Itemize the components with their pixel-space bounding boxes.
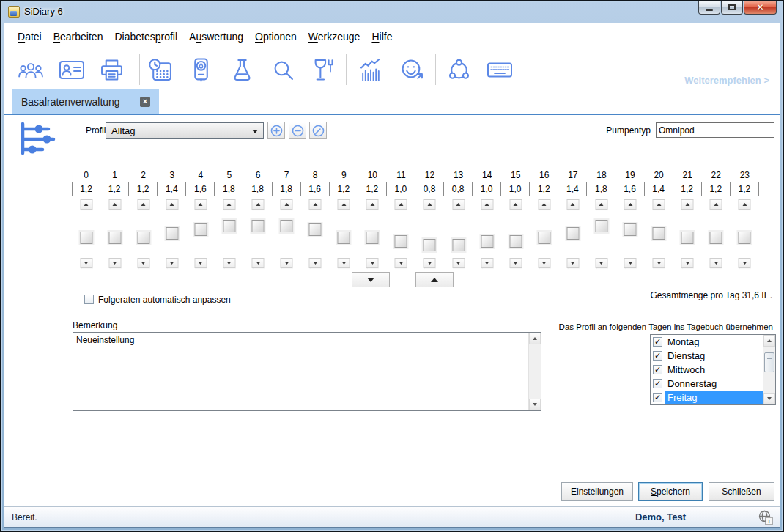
- speichern-button[interactable]: Speichern: [638, 482, 703, 501]
- decrease-value-button[interactable]: [281, 258, 293, 268]
- basal-value-cell[interactable]: 1,0: [501, 182, 530, 196]
- tab-close-icon[interactable]: ×: [140, 97, 150, 107]
- decrease-value-button[interactable]: [108, 258, 121, 268]
- basal-value-cell[interactable]: 1,0: [387, 182, 415, 196]
- increase-value-button[interactable]: [424, 199, 436, 210]
- menu-hilfe[interactable]: Hilfe: [371, 31, 392, 43]
- decrease-value-button[interactable]: [509, 258, 522, 268]
- toolbar-statistics-icon[interactable]: [358, 56, 383, 84]
- decrease-value-button[interactable]: [252, 258, 265, 268]
- remark-scrollbar[interactable]: [528, 333, 541, 410]
- basal-value-cell[interactable]: 1,4: [558, 182, 587, 196]
- basal-value-cell[interactable]: 1,4: [645, 182, 673, 196]
- value-slider-thumb[interactable]: [80, 232, 92, 244]
- add-profile-button[interactable]: [267, 122, 285, 139]
- value-slider-thumb[interactable]: [137, 232, 149, 244]
- increase-value-button[interactable]: [194, 199, 207, 210]
- decrease-value-button[interactable]: [538, 258, 550, 268]
- toolbar-printer-icon[interactable]: [99, 56, 124, 84]
- increase-value-button[interactable]: [108, 199, 121, 210]
- decrease-value-button[interactable]: [566, 258, 579, 268]
- basal-value-cell[interactable]: 1,2: [530, 182, 558, 196]
- weekday-checkbox[interactable]: ✓: [653, 379, 662, 388]
- increase-value-button[interactable]: [80, 199, 92, 210]
- basal-value-cell[interactable]: 1,2: [731, 182, 759, 196]
- weekday-item-montag[interactable]: ✓Montag: [651, 335, 763, 349]
- value-slider-thumb[interactable]: [595, 220, 607, 232]
- basal-value-cell[interactable]: 1,8: [273, 182, 301, 196]
- basal-value-cell[interactable]: 1,6: [615, 182, 644, 196]
- menu-diabetesprofil[interactable]: Diabetesprofil: [114, 31, 177, 43]
- toolbar-wellbeing-icon[interactable]: [399, 56, 424, 84]
- increase-value-button[interactable]: [509, 199, 522, 210]
- value-slider-thumb[interactable]: [509, 235, 522, 248]
- basal-value-cell[interactable]: 0,8: [444, 182, 473, 196]
- increase-value-button[interactable]: [309, 199, 322, 210]
- value-slider-thumb[interactable]: [252, 220, 265, 232]
- tab-basalratenverwaltung[interactable]: Basalratenverwaltung ×: [12, 89, 159, 114]
- basal-value-cell[interactable]: 1,2: [100, 182, 129, 196]
- value-slider-thumb[interactable]: [653, 227, 665, 240]
- decrease-value-button[interactable]: [710, 258, 722, 268]
- edit-profile-button[interactable]: [309, 122, 327, 139]
- value-slider-thumb[interactable]: [309, 223, 322, 236]
- weekday-scrollbar[interactable]: [763, 335, 775, 404]
- increase-value-button[interactable]: [681, 199, 694, 210]
- increase-value-button[interactable]: [624, 199, 637, 210]
- value-slider-thumb[interactable]: [739, 232, 751, 244]
- decrease-value-button[interactable]: [366, 258, 379, 268]
- basal-value-cell[interactable]: 1,6: [186, 182, 215, 196]
- toolbar-calendar-clock-icon[interactable]: [147, 56, 172, 84]
- toolbar-lab-flask-icon[interactable]: [229, 56, 254, 84]
- value-slider-thumb[interactable]: [424, 239, 436, 251]
- scroll-up-button[interactable]: [529, 333, 541, 344]
- decrease-value-button[interactable]: [194, 258, 207, 268]
- increase-value-button[interactable]: [538, 199, 550, 210]
- decrease-value-button[interactable]: [481, 258, 493, 268]
- recommend-link[interactable]: Weiterempfehlen >: [684, 75, 769, 86]
- value-slider-thumb[interactable]: [281, 220, 293, 232]
- weekday-checkbox[interactable]: ✓: [653, 337, 662, 347]
- weekday-item-donnerstag[interactable]: ✓Donnerstag: [651, 377, 763, 391]
- remove-profile-button[interactable]: [289, 122, 306, 139]
- basal-value-cell[interactable]: 1,8: [215, 182, 243, 196]
- decrease-value-button[interactable]: [681, 258, 694, 268]
- increase-value-button[interactable]: [281, 199, 293, 210]
- basal-value-cell[interactable]: 1,2: [72, 182, 100, 196]
- decrease-value-button[interactable]: [595, 258, 607, 268]
- schlieen-button[interactable]: Schließen: [709, 482, 774, 501]
- basal-value-cell[interactable]: 1,4: [158, 182, 186, 196]
- decrease-value-button[interactable]: [653, 258, 665, 268]
- weekday-item-dienstag[interactable]: ✓Dienstag: [651, 349, 763, 363]
- menu-auswertung[interactable]: Auswertung: [189, 31, 243, 43]
- remark-textarea[interactable]: Neueinstellung: [73, 332, 541, 411]
- decrease-value-button[interactable]: [395, 258, 407, 268]
- maximize-button[interactable]: [721, 1, 743, 15]
- scroll-up-button[interactable]: [763, 335, 775, 347]
- value-slider-thumb[interactable]: [452, 239, 465, 251]
- decrease-value-button[interactable]: [137, 258, 149, 268]
- decrease-value-button[interactable]: [624, 258, 637, 268]
- shift-down-button[interactable]: [352, 272, 390, 287]
- toolbar-glucose-meter-icon[interactable]: [188, 56, 213, 84]
- basal-value-cell[interactable]: 0,8: [415, 182, 444, 196]
- value-slider-thumb[interactable]: [338, 232, 350, 244]
- value-slider-thumb[interactable]: [395, 235, 407, 248]
- decrease-value-button[interactable]: [452, 258, 465, 268]
- increase-value-button[interactable]: [366, 199, 379, 210]
- increase-value-button[interactable]: [223, 199, 235, 210]
- increase-value-button[interactable]: [653, 199, 665, 210]
- decrease-value-button[interactable]: [338, 258, 350, 268]
- decrease-value-button[interactable]: [80, 258, 92, 268]
- toolbar-keyboard-icon[interactable]: [487, 56, 512, 84]
- scrollbar-thumb[interactable]: [764, 352, 774, 372]
- basal-value-cell[interactable]: 1,2: [702, 182, 731, 196]
- decrease-value-button[interactable]: [739, 258, 751, 268]
- einstellungen-button[interactable]: Einstellungen: [561, 482, 633, 501]
- increase-value-button[interactable]: [395, 199, 407, 210]
- toolbar-contact-card-icon[interactable]: [59, 56, 84, 84]
- basal-value-cell[interactable]: 1,8: [587, 182, 615, 196]
- increase-value-button[interactable]: [595, 199, 607, 210]
- increase-value-button[interactable]: [137, 199, 149, 210]
- increase-value-button[interactable]: [166, 199, 178, 210]
